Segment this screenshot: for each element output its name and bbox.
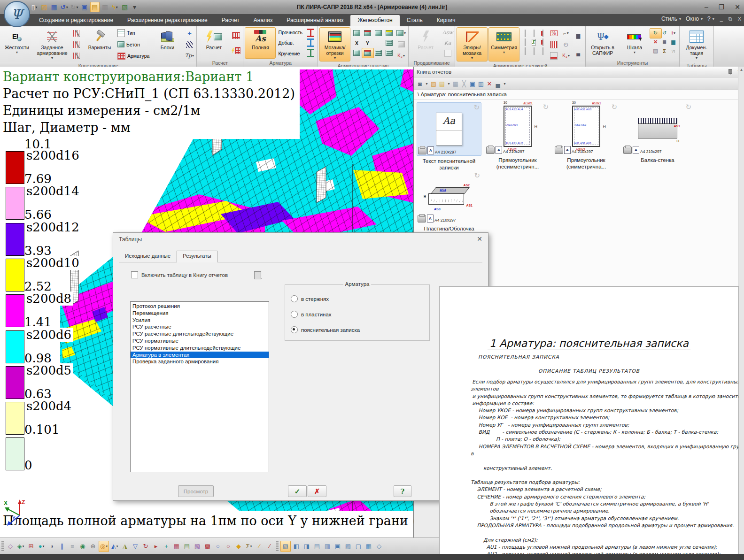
bar-pos-1[interactable] <box>525 30 526 37</box>
bottom-tool-15[interactable]: + <box>162 541 171 552</box>
plate-cube-3[interactable] <box>373 29 384 38</box>
list-item[interactable]: Арматура в элементах <box>131 352 269 359</box>
bottom-tool-20[interactable]: ○ <box>213 541 223 552</box>
view-tool-9[interactable]: ◇ <box>374 541 384 552</box>
plate-cube-selected[interactable] <box>362 48 374 58</box>
asw-button[interactable]: Asw <box>442 28 453 38</box>
rebar-column-button[interactable] <box>72 51 83 61</box>
minimize-button[interactable]: – <box>705 3 708 11</box>
full-reinforcement-button[interactable]: As Полная <box>245 27 276 59</box>
report-copy-button[interactable]: ▣ <box>469 79 476 88</box>
menu-?[interactable]: ?▾ <box>707 15 714 22</box>
mosaic-segments-button[interactable]: Мозаика/ отрезки▾ <box>319 27 350 61</box>
diagrams-mosaic-button[interactable]: Эпюры/ мозаика▾ <box>457 27 488 61</box>
tab-кирпич[interactable]: Кирпич <box>430 15 463 26</box>
blocks-button[interactable]: Блоки <box>152 27 183 61</box>
bottom-tool-9[interactable]: ◎▾ <box>99 541 109 552</box>
bottom-tool-18[interactable]: ▧ <box>193 541 202 552</box>
bottom-tool-25[interactable]: ∕ <box>265 541 274 552</box>
view-tool-1[interactable]: ◧ <box>292 541 301 552</box>
bar-pos-8[interactable] <box>542 48 543 54</box>
bottom-tool-1[interactable]: ◈▾ <box>16 541 25 552</box>
close-button[interactable]: ✕ <box>735 3 740 11</box>
tab-расширенный-анализ[interactable]: Расширенный анализ <box>279 15 350 26</box>
bar-pos-sum[interactable]: Σ <box>532 39 536 46</box>
include-table-checkbox[interactable]: Включить таблицу в Книгу отчетов <box>131 271 228 278</box>
cancel-button[interactable]: ✗ <box>308 485 326 497</box>
bar-pos-7[interactable] <box>534 48 535 54</box>
histogram-button[interactable]: ▆ <box>668 38 679 47</box>
report-item-rect-symmetric[interactable]: ↻ 30 ASW1 ASW2 H AU3 AS1 AU3 AS3 AS3 AU1… <box>554 102 619 170</box>
bottom-tool-7[interactable]: ◉ <box>78 541 87 552</box>
view-tool-0[interactable]: ▧ <box>280 541 291 552</box>
report-paste-button[interactable]: ▥ <box>478 79 484 88</box>
tab-сталь[interactable]: Сталь <box>400 15 430 26</box>
view-tool-2[interactable]: ◨ <box>302 541 311 552</box>
dialog-close-icon[interactable]: ✕ <box>477 235 482 243</box>
ka-button[interactable]: Ka <box>442 38 453 47</box>
bottom-tool-19[interactable]: ▩ <box>203 541 212 552</box>
bottom-tool-12[interactable]: ▽ <box>131 541 140 552</box>
ibeam-green-button[interactable] <box>305 48 316 58</box>
report-print-button[interactable]: ▄ <box>495 79 501 88</box>
ok-button[interactable]: ✓ <box>288 485 307 497</box>
variants-button[interactable]: Варианты <box>84 27 115 61</box>
bottom-tool-22[interactable]: ◆ <box>234 541 243 552</box>
scale-button[interactable]: Шкала▾ <box>619 27 650 59</box>
view-tool-8[interactable]: ▦ <box>364 541 373 552</box>
roof-button[interactable]: ▾ <box>395 29 407 38</box>
reinforcement-button[interactable]: Арматура <box>116 51 151 61</box>
report-item-plate-shell[interactable]: ↻ AS2 AS4 AS3 AS1 H AA4 210x297 Пластина… <box>417 171 481 232</box>
view-tool-3[interactable]: ▤ <box>312 541 322 552</box>
bottom-tool-3[interactable]: ●▾ <box>37 541 46 552</box>
pin-icon[interactable] <box>728 69 732 75</box>
tab-железобетон[interactable]: Железобетон <box>350 15 399 26</box>
calculate-button[interactable]: Расчет <box>198 27 229 59</box>
add-wand-button[interactable]: ＋ <box>184 29 195 38</box>
list-item[interactable]: Перемещения <box>131 310 269 317</box>
stirrups-button[interactable] <box>548 40 559 49</box>
mdi-window-control[interactable]: X <box>738 16 741 22</box>
ibeam-blue-button[interactable] <box>305 38 316 47</box>
report-delete-button[interactable]: ✕ <box>486 79 493 88</box>
list-item[interactable]: РСУ нормативные длительнодействующие <box>131 345 269 352</box>
bottom-tool-13[interactable]: ↻ <box>141 541 150 552</box>
percent-button[interactable]: % <box>548 29 559 38</box>
bottom-tool-17[interactable]: ▤ <box>182 541 192 552</box>
radio-1[interactable]: в пластинах <box>291 311 332 318</box>
bottom-tool-11[interactable]: ◮ <box>120 541 130 552</box>
plate-cube-8[interactable] <box>384 48 395 58</box>
check-mark-button[interactable]: !▾ <box>668 29 679 38</box>
report-new-button[interactable]: ▤ <box>439 79 445 88</box>
report-item-beam-wall[interactable]: ↻ AS1 H AA4 210x297 Балка-стенка <box>622 102 693 163</box>
column-bottom-button[interactable]: ▄ <box>573 48 584 58</box>
menu-Стиль[interactable]: Стиль▾ <box>661 15 681 22</box>
mdi-window-control[interactable]: ⧉ <box>728 16 732 22</box>
dialog-tab-results[interactable]: Результаты <box>177 251 217 262</box>
open-in-sapfir-button[interactable]: Ψ◆ Открыть в САПФИР <box>587 27 618 59</box>
bottom-tool-23[interactable]: Σ▾ <box>244 541 254 552</box>
bar-pos-6[interactable] <box>525 48 526 54</box>
mdi-window-control[interactable]: _ <box>720 16 723 22</box>
plate-cube-1[interactable] <box>351 29 363 38</box>
plate-cube-4[interactable] <box>384 29 395 38</box>
concrete-button[interactable]: Бетон <box>116 40 151 49</box>
bar-pos-3[interactable] <box>542 30 543 37</box>
type-button[interactable]: Тип <box>116 28 151 38</box>
plate-cube-5[interactable] <box>384 38 395 48</box>
view-tool-4[interactable]: ▥ <box>323 541 332 552</box>
view-tool-5[interactable]: ▣ <box>333 541 342 552</box>
bottom-tool-14[interactable]: ▸ <box>151 541 161 552</box>
view-tool-7[interactable]: ▢ <box>354 541 363 552</box>
calc-grid-button[interactable] <box>230 31 241 40</box>
bar-pos-2[interactable] <box>534 30 535 37</box>
punching-frame-button[interactable] <box>442 48 453 58</box>
bottom-tool-16[interactable]: ▦ <box>172 541 181 552</box>
report-open-button[interactable]: ▨ <box>430 79 437 88</box>
restore-button[interactable]: ❐ <box>719 3 725 11</box>
documentation-button[interactable]: Докумен- тация▾ <box>681 27 712 61</box>
bottom-tool-4[interactable]: ◑ <box>47 541 56 552</box>
report-camera-button[interactable]: ◙ <box>417 79 423 88</box>
list-item[interactable]: Протокол решения <box>131 303 269 310</box>
strength-button[interactable]: Прочность <box>277 28 304 37</box>
